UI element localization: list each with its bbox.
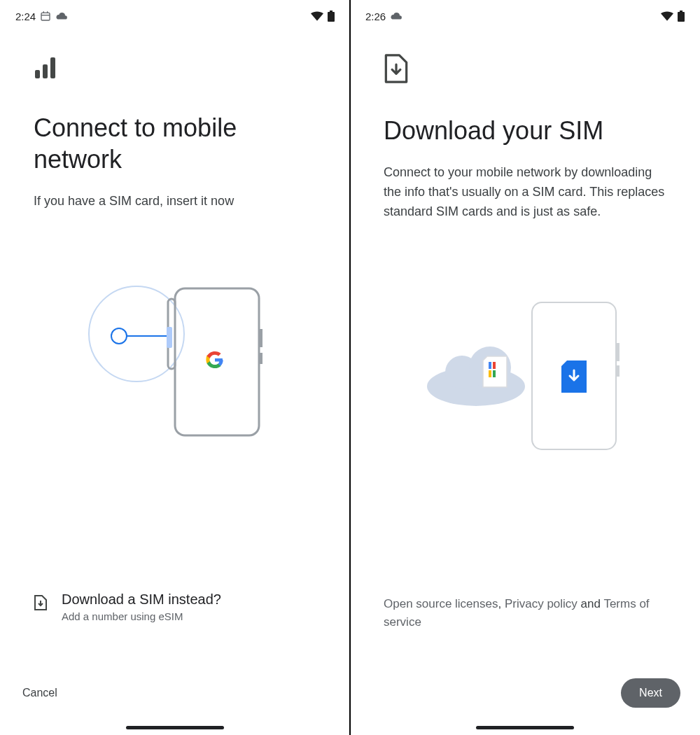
svg-rect-11	[259, 353, 262, 364]
signal-bars-icon	[34, 53, 316, 84]
wifi-icon	[661, 11, 673, 21]
open-source-link[interactable]: Open source licenses	[384, 597, 498, 610]
battery-icon	[678, 10, 685, 22]
svg-rect-9	[175, 288, 259, 435]
next-button[interactable]: Next	[621, 678, 680, 708]
cancel-button[interactable]: Cancel	[20, 680, 60, 706]
svg-rect-0	[41, 13, 50, 20]
sim-download-icon	[34, 594, 48, 614]
svg-rect-10	[259, 329, 262, 347]
svg-rect-25	[493, 370, 496, 377]
svg-rect-22	[489, 362, 491, 369]
page-title: Download your SIM	[384, 115, 666, 146]
esim-download-illustration	[384, 250, 666, 474]
page-subtitle: If you have a SIM card, insert it now	[34, 192, 316, 211]
cloud-icon	[55, 11, 68, 21]
calendar-icon	[40, 10, 51, 22]
svg-rect-14	[167, 327, 172, 348]
page-subtitle: Connect to your mobile network by downlo…	[384, 163, 666, 222]
gesture-nav-bar[interactable]	[126, 726, 224, 729]
option-subtitle: Add a number using eSIM	[62, 610, 221, 622]
svg-rect-17	[678, 12, 685, 22]
sim-download-icon	[384, 53, 666, 87]
svg-rect-23	[493, 362, 496, 369]
svg-rect-6	[35, 70, 40, 78]
battery-icon	[328, 10, 335, 22]
option-title: Download a SIM instead?	[62, 592, 221, 608]
svg-rect-4	[328, 12, 335, 22]
status-bar: 2:24	[0, 0, 350, 25]
svg-rect-28	[616, 365, 620, 377]
screen-download-sim: 2:26 Download your SIM Connect to your m…	[350, 0, 700, 735]
svg-rect-24	[489, 370, 491, 377]
privacy-policy-link[interactable]: Privacy policy	[505, 597, 578, 610]
svg-rect-18	[680, 10, 682, 12]
page-title: Connect to mobile network	[34, 112, 316, 175]
svg-rect-27	[616, 343, 620, 361]
screen-connect-mobile-network: 2:24 Connect to mobile	[0, 0, 350, 735]
status-time: 2:24	[15, 10, 36, 22]
svg-rect-5	[330, 10, 332, 12]
wifi-icon	[311, 11, 323, 21]
download-sim-option[interactable]: Download a SIM instead? Add a number usi…	[0, 592, 350, 622]
status-time: 2:26	[365, 10, 386, 22]
sim-insert-illustration	[34, 239, 316, 463]
legal-links: Open source licenses, Privacy policy and…	[384, 595, 666, 632]
gesture-nav-bar[interactable]	[476, 726, 574, 729]
svg-rect-7	[43, 64, 48, 78]
status-bar: 2:26	[350, 0, 700, 25]
svg-rect-8	[50, 57, 55, 78]
cloud-icon	[390, 11, 402, 21]
